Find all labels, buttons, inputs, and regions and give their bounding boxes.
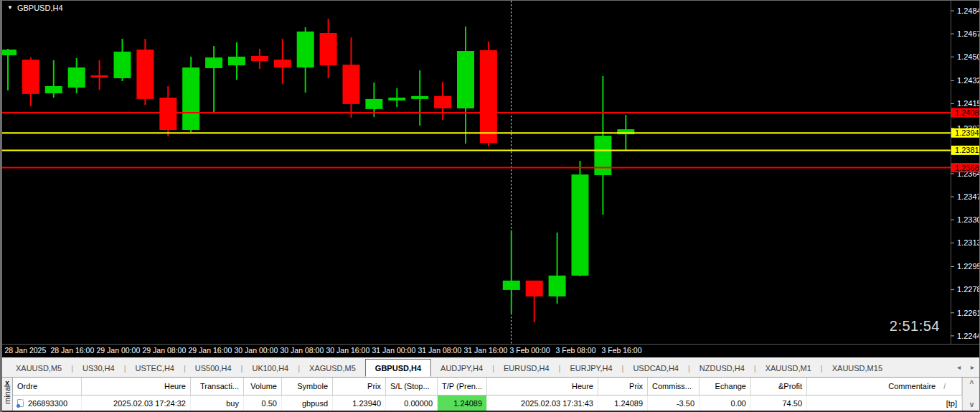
- orders-table-header: OrdreHeureTransacti...VolumeSymbolePrixS…: [13, 378, 962, 395]
- scrollbar-up-icon[interactable]: ^: [963, 378, 980, 389]
- price-axis-label: 1.22785: [957, 285, 980, 294]
- order-cell-value: 266893300: [28, 399, 67, 408]
- order-cell-value: 1.24089: [453, 399, 482, 408]
- price-axis-label: 1.24155: [957, 99, 980, 108]
- column-header-s-l-stop-6[interactable]: S/L (Stop...: [386, 378, 438, 395]
- tab-scroll-left-icon[interactable]: ◂: [957, 363, 961, 371]
- order-cell-ordre-0: 266893300: [13, 395, 82, 411]
- order-row[interactable]: 2668933002025.02.03 17:24:32buy0.50gbpus…: [13, 395, 962, 411]
- tab-xauusd-m1[interactable]: XAUUSD,M1: [756, 360, 821, 377]
- tab-xauusd-m5[interactable]: XAUUSD,M5: [6, 360, 71, 377]
- column-header-commentaire-13[interactable]: Commentaire/: [807, 378, 962, 395]
- chart-canvas[interactable]: 1.248401.246701.245001.243251.241551.239…: [2, 1, 980, 357]
- order-cell-prix-5: 1.23940: [333, 395, 386, 411]
- price-axis-label: 1.23300: [957, 215, 980, 224]
- price-axis-label: 1.24500: [957, 52, 980, 61]
- symbol-text: GBPUSD,H4: [17, 4, 63, 12]
- column-label: &Profit: [778, 382, 802, 390]
- tab-gbpusd-h4[interactable]: GBPUSD,H4: [365, 359, 431, 377]
- order-cell-value: 2025.02.03 17:24:32: [113, 399, 186, 408]
- order-cell-value: 74.50: [782, 399, 802, 408]
- tab-xagusd-m5[interactable]: XAGUSD,M5: [300, 360, 365, 377]
- order-cell-value: 0.00000: [404, 399, 433, 408]
- order-cell-s-l-stop-6: 0.00000: [386, 395, 438, 411]
- column-header-commiss-10[interactable]: Commiss...: [648, 378, 699, 395]
- price-tag-label: 1.23812: [955, 146, 980, 154]
- column-header-heure-1[interactable]: Heure: [82, 378, 191, 395]
- price-tag-label: 1.23940: [955, 128, 980, 137]
- orders-table: OrdreHeureTransacti...VolumeSymbolePrixS…: [12, 378, 962, 411]
- column-label: Heure: [164, 382, 186, 390]
- order-cell-profit-12: 74.50: [751, 395, 807, 411]
- order-cell-echange-11: 0.00: [699, 395, 751, 411]
- time-axis-label: 30 Jan 16:00: [326, 346, 370, 355]
- order-cell-value: 0.00: [731, 399, 746, 408]
- tab-uk100-h4[interactable]: UK100,H4: [242, 360, 298, 377]
- column-header-prix-9[interactable]: Prix: [598, 378, 648, 395]
- price-tag-label: 1.24089: [955, 108, 980, 117]
- chart-tabs-list: XAUUSD,M5|US30,H4|USTEC,H4|US500,H4|UK10…: [6, 358, 892, 377]
- vertical-scrollbar[interactable]: ^ v: [962, 378, 980, 411]
- tab-usdcad-h4[interactable]: USDCAD,H4: [623, 360, 688, 377]
- column-label: Symbole: [297, 382, 328, 390]
- column-header-profit-12[interactable]: &Profit: [751, 378, 807, 395]
- price-axis-label: 1.22615: [957, 309, 980, 317]
- column-header-volume-3[interactable]: Volume: [244, 378, 282, 395]
- order-cell-heure-8: 2025.02.03 17:31:43: [487, 395, 598, 411]
- tab-scroll-right-icon[interactable]: ▸: [971, 363, 974, 371]
- time-axis-label: 3 Feb 08:00: [556, 346, 596, 355]
- tab-xauusd-m15[interactable]: XAUUSD,M15: [823, 360, 892, 377]
- column-header-echange-11[interactable]: Echange: [699, 378, 751, 395]
- tab-ustec-h4[interactable]: USTEC,H4: [126, 360, 184, 377]
- terminal-panel: x minal OrdreHeureTransacti...VolumeSymb…: [2, 377, 980, 412]
- symbol-dropdown-icon: ▼: [7, 5, 13, 11]
- order-cell-prix-9: 1.24089: [598, 395, 648, 411]
- chart-clock: 2:51:54: [890, 318, 940, 334]
- order-cell-value: 2025.02.03 17:31:43: [521, 399, 593, 408]
- terminal-side-strip: x minal: [2, 378, 12, 411]
- column-label: Commiss...: [652, 382, 692, 390]
- price-axis-label: 1.23130: [957, 238, 980, 247]
- column-header-symbole-4[interactable]: Symbole: [282, 378, 333, 395]
- time-axis-label: 29 Jan 00:00: [97, 346, 141, 355]
- column-label: Prix: [367, 382, 381, 390]
- column-label: Commentaire: [888, 382, 936, 390]
- tab-eurusd-h4[interactable]: EURUSD,H4: [494, 360, 559, 377]
- price-tag-label: 1.23684: [955, 164, 980, 172]
- order-cell-value: [tp]: [946, 399, 957, 408]
- tab-us30-h4[interactable]: US30,H4: [73, 360, 124, 377]
- order-cell-value: -3.50: [677, 399, 694, 408]
- column-label: S/L (Stop...: [390, 382, 430, 390]
- tab-eurjpy-h4[interactable]: EURJPY,H4: [560, 360, 621, 377]
- tab-us500-h4[interactable]: US500,H4: [186, 360, 241, 377]
- order-cell-value: 0.50: [262, 399, 277, 408]
- time-axis-label: 3 Feb 00:00: [510, 346, 550, 355]
- column-label: Transacti...: [200, 382, 239, 390]
- column-header-prix-5[interactable]: Prix: [333, 378, 386, 395]
- scrollbar-down-icon[interactable]: v: [963, 399, 980, 410]
- column-header-t-p-pren-7[interactable]: T/P (Pren...: [438, 378, 487, 395]
- tab-scrollers: ◂ ▸: [957, 363, 974, 371]
- column-header-transacti-2[interactable]: Transacti...: [191, 378, 244, 395]
- price-axis-label: 1.23470: [957, 192, 980, 201]
- terminal-vertical-tab[interactable]: minal: [2, 388, 12, 412]
- tab-nzdusd-h4[interactable]: NZDUSD,H4: [690, 360, 754, 377]
- column-label: Prix: [629, 382, 643, 390]
- order-cell-value: 1.23940: [352, 399, 381, 408]
- time-axis-label: 29 Jan 08:00: [143, 346, 187, 355]
- column-label: T/P (Pren...: [442, 382, 482, 390]
- tab-audjpy-h4[interactable]: AUDJPY,H4: [431, 360, 492, 377]
- order-cell-commentaire-13: [tp]: [807, 395, 962, 411]
- trading-terminal-window: 1.248401.246701.245001.243251.241551.239…: [0, 0, 980, 412]
- time-axis-label: 31 Jan 08:00: [418, 346, 462, 355]
- time-axis-label: 29 Jan 16:00: [189, 346, 232, 355]
- order-cell-t-p-pren-7: 1.24089: [438, 395, 487, 411]
- price-axis-label: 1.22445: [957, 332, 980, 340]
- chart-panel[interactable]: 1.248401.246701.245001.243251.241551.239…: [2, 1, 980, 357]
- column-header-heure-8[interactable]: Heure: [487, 378, 598, 395]
- column-header-ordre-0[interactable]: Ordre: [13, 378, 82, 395]
- order-cell-volume-3: 0.50: [244, 395, 282, 411]
- order-cell-value: gbpusd: [302, 399, 328, 408]
- order-cell-commiss-10: -3.50: [648, 395, 699, 411]
- price-axis-label: 1.22955: [957, 262, 980, 271]
